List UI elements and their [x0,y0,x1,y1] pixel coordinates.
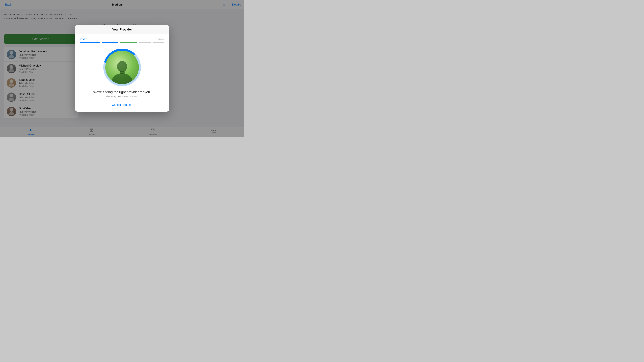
svg-point-2 [117,61,127,72]
finding-text: We're finding the right provider for you… [80,90,164,94]
modal-subtext: This may take a few minutes. [80,95,164,98]
progress-chevron-3 [138,41,139,43]
progress-labels: START FINISH [80,38,164,40]
progress-segment-green [120,42,137,43]
provider-circle-container [80,49,164,86]
modal-header: Your Provider [75,25,169,34]
progress-segment-gray-1 [139,42,150,43]
progress-start-label: START [80,38,86,40]
progress-bar [80,41,164,43]
progress-bar-container: START FINISH [80,38,164,43]
provider-circle-bg [105,51,139,84]
progress-chevron-4 [151,41,152,43]
cancel-request-button[interactable]: Cancel Request [80,103,164,107]
provider-silhouette-svg [108,57,136,84]
modal-body: START FINISH [75,34,169,112]
progress-segment-blue-1 [80,42,100,43]
your-provider-modal: Your Provider START FINISH [75,25,169,112]
progress-segment-gray-2 [152,42,164,43]
app-screen: ‹ Back Medical ⌕ Details With Blue Cross… [0,0,244,137]
modal-title: Your Provider [112,28,132,31]
progress-finish-label: FINISH [158,38,164,40]
provider-avatar-wrapper [103,49,141,86]
progress-chevron-1 [100,41,102,43]
modal-overlay: Your Provider START FINISH [0,0,244,137]
svg-point-4 [112,73,132,84]
progress-chevron-2 [118,41,120,43]
progress-segment-blue-2 [102,42,118,43]
